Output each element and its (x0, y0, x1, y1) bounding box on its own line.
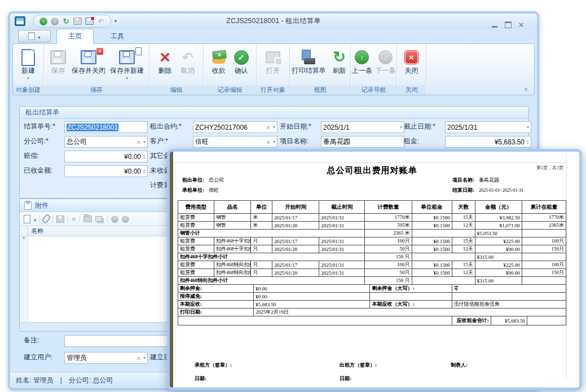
report-cell: 报停减免: (178, 293, 254, 301)
save-close-icon (72, 48, 105, 67)
spinner-icon[interactable] (143, 169, 146, 174)
field-input-2-0[interactable]: ¥0.00 (64, 151, 148, 162)
title-bar[interactable]: ZCJS250218001 - 租出结算单 (10, 14, 537, 29)
report-cell: 2025/01/17 (272, 214, 319, 222)
field-value: 总公司 (67, 137, 135, 147)
screen: ZCJS250218001 - 租出结算单 主页 工具 新建对象创建保存保存并关… (0, 0, 586, 392)
field-input-0-3[interactable]: 2025/1/31 (445, 121, 531, 133)
ribbon-button-3-0[interactable]: 收款 (208, 48, 230, 75)
ribbon-button-5-0[interactable]: 打印结算单 (290, 48, 328, 75)
report-cell: 剩余押金: (178, 285, 254, 293)
report-cell: 150 只 (365, 253, 412, 261)
ribbon-button-2-0[interactable]: 删除 (155, 48, 176, 75)
selected-text: ZCJS250218001 (67, 124, 118, 131)
close-icon[interactable] (519, 21, 523, 28)
report-column-header: 截止时间 (319, 201, 365, 214)
field-input-1-0[interactable]: 总公司 (64, 136, 148, 148)
tab-home[interactable]: 主页 (56, 29, 94, 44)
save-icon[interactable] (56, 215, 64, 223)
down-circle-icon[interactable] (122, 215, 129, 223)
report-cell: ¥225.00 (475, 261, 522, 269)
field-input-1-1[interactable]: 倍旺 (193, 136, 277, 148)
ribbon-button-1-2[interactable]: 保存并新建 (108, 48, 146, 80)
ribbon-group-3: 收款确认记录编辑 (204, 44, 257, 95)
window-icon[interactable] (95, 216, 102, 222)
report-cell: 12天 (452, 245, 475, 253)
clear-icon[interactable] (137, 139, 140, 146)
field-value: 倍旺 (195, 137, 265, 147)
clear-icon[interactable] (267, 139, 270, 146)
paperclip-icon[interactable] (41, 214, 51, 224)
report-cell: 150只 (522, 245, 566, 253)
report-cell: ¥0.00 (254, 293, 370, 301)
dropdown-icon[interactable] (273, 139, 275, 144)
clear-icon[interactable] (267, 124, 270, 131)
field-input-0-1[interactable]: ZCHY250217006 (193, 121, 277, 133)
ribbon-button-1-1[interactable]: 保存并关闭 (70, 48, 107, 75)
clear-icon[interactable] (137, 355, 140, 362)
ribbon-group-caption: 保存 (44, 85, 149, 95)
report-cell (412, 277, 475, 285)
delete-x-icon[interactable] (72, 215, 76, 223)
ribbon-group-caption: 记录导航 (351, 85, 396, 95)
report-cell: ¥0.1500 (412, 269, 452, 277)
report-cell (412, 230, 475, 237)
dropdown-icon[interactable] (34, 214, 36, 224)
tab-tools[interactable]: 工具 (99, 29, 135, 43)
report-cell (178, 316, 452, 325)
report-preview-window: 总公司租出费用对账单 第1页，共1页 租出单位:总公司 承租单位:倍旺 项目名称… (167, 149, 582, 390)
minimize-icon[interactable] (492, 26, 497, 28)
report-cell: 本期应收: (178, 301, 254, 309)
attachment-icon (24, 201, 32, 210)
toolbar-separator (107, 215, 108, 223)
report-cell (522, 277, 566, 285)
chevron-down-icon (38, 31, 40, 41)
report-cell (522, 253, 566, 261)
report-cell: 2025/01/31 (319, 214, 365, 222)
field-value: ¥0.00 (67, 168, 141, 175)
dropdown-icon[interactable] (143, 139, 146, 144)
ribbon-button-6-0[interactable]: 上一条 (351, 48, 373, 75)
report-cell: 2025/01/20 (272, 269, 319, 277)
report-cell: 15天 (452, 261, 475, 269)
field-label: 租出合约:* (150, 121, 182, 132)
field-input-3-0[interactable]: ¥0.00 (64, 165, 148, 177)
maximize-icon[interactable] (505, 21, 512, 28)
dropdown-icon[interactable] (273, 125, 275, 130)
toolbar-separator (52, 215, 53, 223)
new-doc-icon[interactable] (24, 215, 30, 223)
dropdown-icon[interactable] (143, 355, 146, 360)
spinner-icon[interactable] (143, 154, 146, 160)
app-menu-button[interactable] (18, 30, 51, 42)
spinner-icon[interactable] (526, 139, 529, 145)
field-input-1-3[interactable]: ¥5,683.50 (445, 136, 531, 148)
ribbon-button-label: 收款 (212, 67, 226, 75)
report-cell: 595米 (365, 222, 412, 230)
ribbon-button-label: 新建 (21, 67, 35, 75)
field-input-0-2[interactable]: 2025/1/1 (321, 121, 404, 133)
report-column-header: 计费数量 (365, 201, 412, 214)
dropdown-icon[interactable] (400, 125, 402, 130)
row-selector-header (20, 226, 28, 236)
ribbon-collapse-icon[interactable] (522, 87, 531, 91)
report-cell: 本期应收（大写）: (370, 301, 452, 309)
ribbon-button-5-1[interactable]: 刷新 (329, 48, 350, 75)
ribbon-button-0-0[interactable]: 新建 (17, 48, 39, 80)
ribbon-button-7-0[interactable]: 关闭 (401, 48, 422, 75)
report-cell: 伍仟陆佰捌拾叁伍角 (452, 301, 566, 309)
ribbon-button-1-0: 保存 (47, 48, 69, 75)
ribbon-button-label: 保存 (51, 67, 65, 75)
dropdown-icon[interactable] (527, 125, 529, 130)
ribbon-group-caption: 编辑 (149, 85, 203, 95)
report-info: 结算日期:2025-01-01~2025-01-31 (452, 187, 523, 194)
report-row: 钢管小计2365 米¥5,053.50 (178, 230, 566, 237)
folder-icon[interactable] (83, 215, 92, 222)
field-input-0-0[interactable]: ZCJS250218001 (64, 121, 148, 133)
ribbon-button-3-1[interactable]: 确认 (231, 48, 252, 75)
up-circle-icon[interactable] (111, 215, 118, 223)
field-input-1-2[interactable]: 番禺花园 (321, 136, 404, 148)
creator-combo[interactable]: 管理员 (64, 352, 148, 364)
report-cell: 扣件468十字扣件 (214, 237, 251, 245)
ribbon-button-label: 确认 (235, 67, 248, 75)
report-cell: ¥0.1500 (412, 245, 452, 253)
